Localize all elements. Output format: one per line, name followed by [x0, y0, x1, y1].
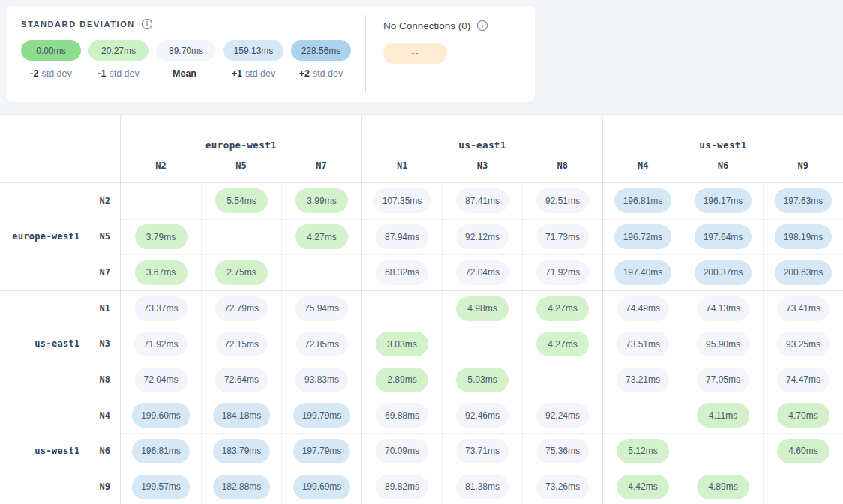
- legend-value-pill: 228.56ms: [291, 40, 351, 61]
- latency-pill[interactable]: 5.12ms: [616, 439, 669, 464]
- row-node-label: N4: [100, 410, 110, 421]
- legend-label: Mean: [172, 68, 200, 79]
- matrix-cell: 70.09ms: [362, 433, 442, 469]
- latency-pill[interactable]: 70.09ms: [376, 439, 428, 464]
- legend-item: 159.13ms +1std dev: [224, 40, 284, 79]
- latency-pill[interactable]: 200.37ms: [694, 260, 752, 285]
- latency-pill[interactable]: 89.82ms: [376, 475, 428, 500]
- latency-pill[interactable]: 92.24ms: [536, 403, 589, 428]
- matrix-cell: 4.27ms: [281, 219, 362, 255]
- latency-pill[interactable]: 196.81ms: [132, 439, 190, 464]
- latency-pill[interactable]: 73.51ms: [616, 332, 669, 356]
- latency-pill[interactable]: 93.25ms: [777, 332, 830, 356]
- latency-pill[interactable]: 71.73ms: [536, 224, 589, 249]
- std-dev-info-icon[interactable]: [141, 18, 153, 30]
- latency-pill[interactable]: 4.42ms: [616, 475, 669, 500]
- matrix-cell: 196.72ms: [602, 219, 682, 255]
- latency-pill[interactable]: 73.26ms: [536, 475, 589, 500]
- latency-pill[interactable]: 74.47ms: [777, 368, 830, 392]
- std-dev-legend: STANDARD DEVIATION 0.00ms -2std dev 20.2…: [6, 6, 365, 102]
- latency-pill[interactable]: 3.79ms: [135, 224, 188, 249]
- latency-pill[interactable]: 73.21ms: [616, 368, 669, 392]
- matrix-cell: 74.13ms: [682, 291, 763, 326]
- row-header: N7: [0, 254, 121, 290]
- latency-pill[interactable]: 87.94ms: [376, 224, 428, 249]
- latency-pill[interactable]: 74.49ms: [616, 296, 669, 321]
- latency-pill[interactable]: 75.94ms: [296, 296, 348, 321]
- latency-pill[interactable]: 196.72ms: [614, 224, 672, 249]
- latency-pill[interactable]: 93.83ms: [296, 368, 348, 392]
- matrix-cell: 4.98ms: [442, 291, 522, 326]
- latency-pill[interactable]: 74.13ms: [697, 296, 749, 321]
- matrix-cell: 87.94ms: [362, 219, 442, 255]
- latency-pill[interactable]: 77.05ms: [697, 368, 749, 392]
- latency-pill[interactable]: 72.04ms: [456, 260, 508, 285]
- latency-pill[interactable]: 4.98ms: [456, 296, 508, 321]
- latency-pill[interactable]: 72.85ms: [296, 332, 348, 356]
- latency-pill[interactable]: 4.27ms: [536, 296, 589, 321]
- latency-matrix: europe-west1 N2N5N7 us-east1 N1N3N8 us-w…: [0, 114, 843, 504]
- latency-pill[interactable]: 75.36ms: [536, 439, 589, 464]
- latency-pill[interactable]: 198.19ms: [775, 224, 832, 249]
- latency-pill[interactable]: 72.64ms: [215, 368, 268, 392]
- column-node-label: N5: [201, 160, 281, 171]
- latency-pill[interactable]: 71.92ms: [536, 260, 589, 285]
- latency-pill[interactable]: 4.11ms: [697, 403, 749, 428]
- latency-pill[interactable]: 92.12ms: [456, 224, 508, 249]
- column-node-label: N4: [603, 160, 683, 171]
- column-node-label: N2: [121, 160, 201, 171]
- latency-pill[interactable]: 199.69ms: [293, 475, 351, 500]
- latency-pill[interactable]: 197.64ms: [694, 224, 752, 249]
- latency-pill[interactable]: 95.90ms: [697, 332, 749, 356]
- no-connections-info-icon[interactable]: [476, 20, 488, 32]
- latency-pill[interactable]: 72.15ms: [215, 332, 268, 356]
- latency-pill[interactable]: 4.70ms: [777, 403, 830, 428]
- column-region-title: europe-west1: [121, 138, 362, 153]
- latency-pill[interactable]: 68.32ms: [376, 260, 428, 285]
- latency-pill[interactable]: 92.51ms: [536, 188, 589, 213]
- latency-pill[interactable]: 5.54ms: [215, 188, 268, 213]
- latency-pill[interactable]: 199.79ms: [293, 403, 351, 428]
- latency-pill[interactable]: 3.99ms: [296, 188, 348, 213]
- legend-label: +1std dev: [232, 68, 276, 79]
- matrix-cell: 71.73ms: [522, 219, 602, 255]
- latency-pill[interactable]: 184.18ms: [213, 403, 271, 428]
- latency-pill[interactable]: 69.88ms: [376, 403, 428, 428]
- latency-pill[interactable]: 72.04ms: [134, 368, 187, 392]
- latency-pill[interactable]: 73.37ms: [134, 296, 187, 321]
- matrix-cell-self: [121, 183, 201, 219]
- latency-pill[interactable]: 199.57ms: [132, 475, 190, 500]
- latency-pill[interactable]: 4.89ms: [697, 475, 749, 500]
- latency-pill[interactable]: 197.79ms: [293, 439, 351, 464]
- latency-pill[interactable]: 197.40ms: [614, 260, 672, 285]
- latency-pill[interactable]: 73.71ms: [456, 439, 508, 464]
- latency-pill[interactable]: 2.75ms: [215, 260, 268, 285]
- latency-pill[interactable]: 3.67ms: [135, 260, 188, 285]
- legend-item: 228.56ms +2std dev: [291, 40, 351, 79]
- latency-pill[interactable]: 71.92ms: [134, 332, 187, 356]
- latency-pill[interactable]: 183.79ms: [213, 439, 271, 464]
- latency-pill[interactable]: 199.60ms: [132, 403, 190, 428]
- row-header: N1: [0, 291, 121, 326]
- latency-pill[interactable]: 196.17ms: [694, 188, 752, 213]
- latency-pill[interactable]: 4.27ms: [536, 332, 589, 356]
- latency-pill[interactable]: 4.27ms: [296, 224, 348, 249]
- matrix-cell: 93.83ms: [281, 362, 362, 398]
- latency-pill[interactable]: 81.38ms: [456, 475, 508, 500]
- legend-item: 89.70ms Mean: [156, 40, 216, 79]
- column-node-label: N7: [281, 160, 362, 171]
- latency-pill[interactable]: 92.46ms: [456, 403, 508, 428]
- latency-pill[interactable]: 197.63ms: [775, 188, 832, 213]
- latency-pill[interactable]: 87.41ms: [456, 188, 508, 213]
- latency-pill[interactable]: 4.60ms: [777, 439, 830, 464]
- latency-pill[interactable]: 73.41ms: [777, 296, 830, 321]
- latency-pill[interactable]: 5.03ms: [456, 368, 508, 392]
- latency-pill[interactable]: 107.35ms: [374, 188, 431, 213]
- latency-pill[interactable]: 3.03ms: [376, 332, 428, 356]
- latency-pill[interactable]: 2.89ms: [376, 368, 428, 392]
- latency-pill[interactable]: 182.88ms: [213, 475, 271, 500]
- latency-pill[interactable]: 196.81ms: [614, 188, 672, 213]
- latency-pill[interactable]: 200.63ms: [775, 260, 832, 285]
- latency-pill[interactable]: 72.79ms: [215, 296, 268, 321]
- matrix-cell: 72.64ms: [201, 362, 281, 398]
